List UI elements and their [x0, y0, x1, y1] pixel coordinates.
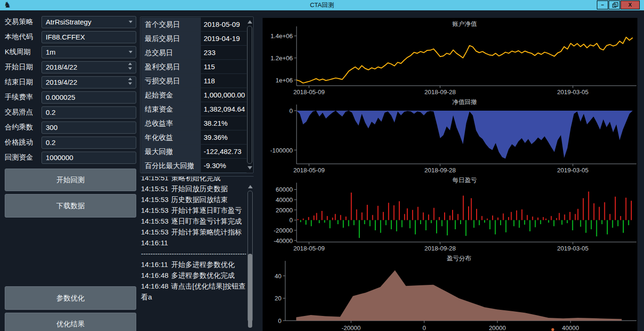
stat-label: 年化收益 — [141, 130, 201, 144]
stat-value: 38.21% — [201, 116, 240, 130]
svg-text:1.4e+06: 1.4e+06 — [271, 32, 293, 40]
rate-field-label: 手续费率 — [5, 93, 33, 102]
strategy-select[interactable]: AtrRsiStrategy — [41, 16, 136, 28]
daily-pnl-chart[interactable]: 每日盈亏6000040000200000-20000-400002018-05-… — [263, 174, 637, 252]
symbol-field-label: 本地代码 — [5, 32, 33, 41]
log-entry: 14:16:11 — [141, 237, 246, 248]
stat-label: 总收益率 — [141, 116, 201, 130]
log-scrollbar[interactable] — [247, 182, 253, 331]
log-time: 14:16:11 — [141, 259, 171, 270]
size-field-label: 合约乘数 — [5, 123, 33, 132]
svg-text:40000: 40000 — [276, 196, 293, 203]
stat-value: 118 — [201, 74, 240, 88]
spin-up-icon[interactable] — [128, 63, 132, 65]
scroll-down-icon[interactable] — [248, 166, 252, 170]
stats-scrollbar[interactable] — [247, 17, 253, 172]
size-field[interactable]: 300 — [41, 121, 136, 134]
stat-value: 1,000,000.00 — [201, 88, 240, 102]
log-separator: ----------------------------------------… — [141, 248, 246, 259]
symbol-field[interactable]: IF88.CFFEX — [41, 31, 136, 43]
optimize-result-button[interactable]: 优化结果 — [5, 313, 136, 331]
svg-text:-20000: -20000 — [274, 227, 293, 234]
log-time: 14:15:51 — [141, 176, 171, 183]
form-row: 合约乘数300 — [0, 121, 140, 134]
log-time: 14:15:51 — [141, 183, 171, 194]
svg-text:-100000: -100000 — [270, 147, 293, 154]
svg-text:40000: 40000 — [562, 324, 579, 331]
download-data-button[interactable]: 下载数据 — [5, 194, 136, 218]
form-row: 手续费率0.000025 — [0, 91, 140, 104]
spin-down-icon[interactable] — [128, 82, 132, 85]
svg-text:盈亏分布: 盈亏分布 — [447, 255, 471, 262]
svg-text:0: 0 — [278, 317, 281, 324]
chevron-down-icon[interactable] — [129, 21, 132, 23]
stat-label: 百分比最大回撤 — [141, 159, 201, 172]
scroll-up-icon[interactable] — [248, 20, 252, 24]
end-date-spin[interactable]: 2019/4/22 — [41, 76, 136, 89]
svg-text:1e+06: 1e+06 — [275, 77, 293, 84]
pricetick-field[interactable]: 0.2 — [41, 137, 136, 149]
svg-text:2018-05-09: 2018-05-09 — [293, 167, 325, 174]
run-backtest-button[interactable]: 开始回测 — [5, 169, 136, 191]
stat-label: 最后交易日 — [141, 32, 201, 45]
spinner-arrows[interactable] — [128, 78, 134, 85]
start-date-spin-label: 开始日期 — [5, 63, 33, 72]
svg-text:2019-03-05: 2019-03-05 — [557, 89, 589, 96]
svg-text:0: 0 — [422, 324, 426, 331]
stat-row: 首个交易日2018-05-09 — [141, 17, 247, 32]
window-title: CTA回测 — [0, 0, 644, 10]
spin-down-icon[interactable] — [128, 67, 132, 70]
restore-icon — [612, 4, 616, 8]
log-time: 14:16:48 — [141, 281, 171, 291]
form-row: 本地代码IF88.CFFEX — [0, 31, 140, 43]
stat-value: 39.36% — [201, 130, 240, 144]
settings-panel: 交易策略AtrRsiStrategy本地代码IF88.CFFEXK线周期1m开始… — [0, 10, 140, 331]
log-scroll-thumb[interactable] — [248, 254, 252, 328]
svg-text:2019-03-05: 2019-03-05 — [557, 245, 589, 252]
start-date-spin[interactable]: 2018/4/22 — [41, 61, 136, 73]
statistics-table: 首个交易日2018-05-09最后交易日2019-04-19总交易日233盈利交… — [140, 16, 254, 173]
form-row: K线周期1m — [0, 46, 140, 58]
svg-text:20000: 20000 — [489, 324, 506, 331]
form-row: 结束日期2019/4/22 — [0, 76, 140, 89]
spinner-arrows[interactable] — [128, 63, 134, 70]
interval-select-label: K线周期 — [5, 48, 31, 57]
interval-select[interactable]: 1m — [41, 46, 136, 58]
restore-button[interactable] — [609, 0, 620, 9]
svg-text:-20000: -20000 — [341, 324, 360, 331]
form-row: 价格跳动0.2 — [0, 137, 140, 149]
drawdown-chart[interactable]: 净值回撤0-1000002018-05-092018-09-282019-03-… — [263, 96, 637, 174]
stat-label: 总交易日 — [141, 46, 201, 59]
form-row: 回测资金1000000 — [0, 152, 140, 164]
log-entry: 14:15:51策略初始化完成 — [141, 176, 246, 183]
stat-value: 115 — [201, 60, 240, 73]
stats-scroll-track[interactable] — [247, 26, 252, 164]
chevron-down-icon[interactable] — [129, 51, 132, 53]
slippage-field-label: 交易滑点 — [5, 108, 33, 117]
minimize-button[interactable]: – — [597, 0, 608, 9]
slippage-field[interactable]: 0.2 — [41, 106, 136, 119]
log-entry: 14:16:11开始多进程参数优化 — [141, 259, 246, 270]
svg-text:账户净值: 账户净值 — [453, 20, 477, 27]
log-entry: 14:15:53开始计算逐日盯市盈亏 — [141, 205, 246, 216]
end-date-spin-label: 结束日期 — [5, 78, 33, 87]
log-time: 14:15:53 — [141, 226, 171, 237]
svg-text:每日盈亏: 每日盈亏 — [453, 177, 477, 184]
optimize-button[interactable]: 参数优化 — [5, 286, 136, 310]
stat-row: 亏损交易日118 — [141, 74, 247, 88]
log-time: 14:16:11 — [141, 237, 171, 248]
svg-text:0: 0 — [289, 107, 293, 114]
capital-field[interactable]: 1000000 — [41, 152, 136, 164]
close-button[interactable]: X — [620, 0, 640, 9]
pnl-distribution-chart[interactable]: 盈亏分布02040-2000002000040000 — [263, 252, 637, 331]
svg-text:0: 0 — [289, 217, 293, 224]
form-row: 开始日期2018/4/22 — [0, 61, 140, 73]
spin-up-icon[interactable] — [128, 78, 132, 80]
pricetick-field-label: 价格跳动 — [5, 138, 33, 147]
svg-text:2018-05-09: 2018-05-09 — [293, 89, 325, 96]
titlebar[interactable]: ♞ CTA回测 – X — [0, 0, 644, 10]
scroll-up-icon[interactable] — [248, 185, 253, 188]
rate-field[interactable]: 0.000025 — [41, 91, 136, 104]
stat-label: 结束资金 — [141, 102, 201, 116]
equity-chart[interactable]: 账户净值1e+061.2e+061.4e+062018-05-092018-09… — [263, 18, 637, 96]
